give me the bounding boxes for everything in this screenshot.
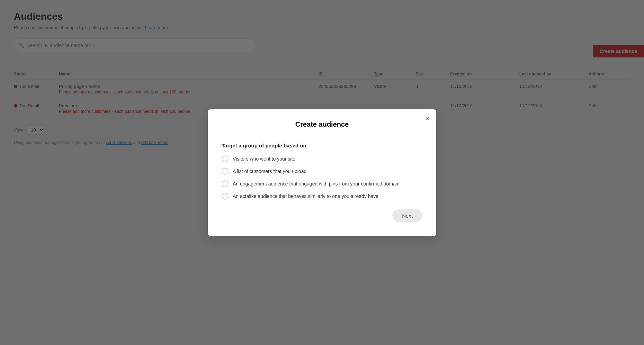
radio-label-actalike: An actalike audience that behaves simila… — [233, 193, 378, 199]
radio-label-visitors: Visitors who went to your site — [233, 156, 295, 162]
radio-circle-engagement — [222, 180, 229, 187]
radio-option-customers[interactable]: A list of customers that you upload — [222, 168, 422, 175]
radio-circle-actalike — [222, 193, 229, 200]
radio-circle-visitors — [222, 155, 229, 162]
modal-overlay: × Create audience Target a group of peop… — [0, 0, 644, 345]
radio-label-engagement: An engagement audience that engaged with… — [233, 181, 400, 187]
radio-option-actalike[interactable]: An actalike audience that behaves simila… — [222, 193, 422, 200]
next-button[interactable]: Next — [392, 209, 422, 222]
radio-option-engagement[interactable]: An engagement audience that engaged with… — [222, 180, 422, 187]
modal-question: Target a group of people based on: — [222, 143, 422, 148]
modal-title: Create audience — [222, 120, 422, 134]
modal-close-button[interactable]: × — [425, 115, 429, 122]
radio-option-visitors[interactable]: Visitors who went to your site — [222, 155, 422, 162]
create-audience-modal: × Create audience Target a group of peop… — [208, 109, 436, 236]
modal-footer: Next — [222, 209, 422, 222]
radio-label-customers: A list of customers that you upload — [233, 169, 306, 174]
radio-circle-customers — [222, 168, 229, 175]
